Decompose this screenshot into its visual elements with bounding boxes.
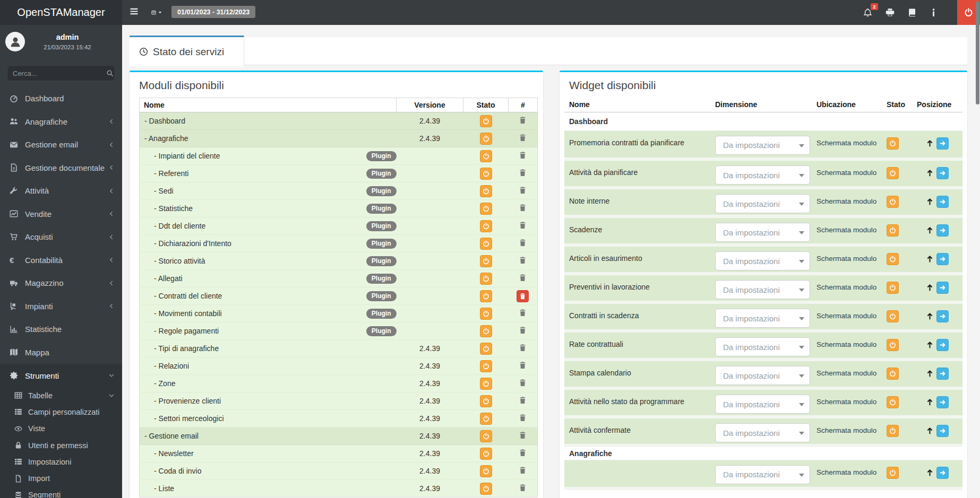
docs-button[interactable] — [901, 0, 923, 25]
move-up-button[interactable] — [926, 226, 934, 234]
module-toggle-button[interactable] — [480, 133, 492, 145]
trash-icon[interactable] — [519, 414, 527, 422]
move-up-button[interactable] — [926, 284, 934, 292]
search-icon[interactable] — [106, 69, 114, 77]
trash-icon[interactable] — [519, 274, 527, 282]
trash-icon[interactable] — [519, 239, 527, 247]
trash-icon[interactable] — [519, 309, 527, 317]
brand-logo[interactable]: OpenSTAManager — [0, 0, 122, 25]
sidebar-toggle-button[interactable] — [126, 0, 141, 25]
widget-toggle-button[interactable] — [887, 368, 899, 380]
trash-icon[interactable] — [519, 116, 527, 124]
trash-icon[interactable] — [519, 344, 527, 352]
sidebar-item-dashboard[interactable]: Dashboard — [0, 87, 122, 110]
move-up-button[interactable] — [926, 427, 934, 435]
widget-size-select[interactable]: Da impostazioni — [715, 337, 810, 356]
widget-toggle-button[interactable] — [887, 425, 899, 437]
move-up-button[interactable] — [926, 198, 934, 206]
sidebar-item-vendite[interactable]: Vendite — [0, 203, 122, 226]
sidebar-item-contabilità[interactable]: €Contabilità — [0, 249, 122, 272]
trash-icon[interactable] — [519, 466, 527, 474]
move-up-button[interactable] — [926, 312, 934, 320]
trash-icon[interactable] — [519, 326, 527, 334]
module-toggle-button[interactable] — [480, 483, 492, 495]
widget-size-select[interactable]: Da impostazioni — [715, 423, 810, 442]
widget-toggle-button[interactable] — [887, 224, 899, 237]
calendar-menu-button[interactable] — [147, 0, 166, 25]
search-input[interactable] — [13, 69, 106, 77]
widget-toggle-button[interactable] — [887, 282, 899, 294]
module-toggle-button[interactable] — [480, 168, 492, 180]
move-position-button[interactable] — [936, 396, 949, 408]
move-position-button[interactable] — [936, 167, 949, 179]
widget-size-select[interactable]: Da impostazioni — [715, 165, 810, 185]
module-toggle-button[interactable] — [480, 185, 492, 197]
trash-icon[interactable] — [519, 361, 527, 369]
trash-icon[interactable] — [519, 256, 527, 264]
widget-toggle-button[interactable] — [887, 137, 899, 150]
module-toggle-button[interactable] — [480, 308, 492, 320]
module-toggle-button[interactable] — [480, 465, 492, 477]
widget-toggle-button[interactable] — [887, 196, 899, 208]
move-position-button[interactable] — [936, 196, 949, 208]
tab-stato-dei-servizi[interactable]: Stato dei servizi — [130, 36, 244, 66]
sidebar-subitem-segmenti[interactable]: Segmenti — [0, 487, 122, 498]
sidebar-item-anagrafiche[interactable]: Anagrafiche — [0, 110, 122, 134]
module-toggle-button[interactable] — [480, 430, 492, 442]
widget-toggle-button[interactable] — [887, 339, 899, 351]
widget-size-select[interactable]: Da impostazioni — [715, 395, 810, 414]
move-up-button[interactable] — [926, 370, 934, 378]
trash-icon[interactable] — [519, 186, 527, 194]
module-toggle-button[interactable] — [480, 238, 492, 250]
sidebar-subitem-campi-personalizzati[interactable]: Campi personalizzati — [0, 404, 122, 420]
module-toggle-button[interactable] — [480, 395, 492, 407]
module-toggle-button[interactable] — [480, 150, 492, 162]
trash-icon[interactable] — [519, 484, 527, 492]
widget-toggle-button[interactable] — [887, 253, 899, 265]
sidebar-subitem-import[interactable]: Import — [0, 470, 122, 486]
widget-toggle-button[interactable] — [887, 467, 899, 479]
move-position-button[interactable] — [936, 339, 949, 351]
notifications-button[interactable]: 2 — [857, 0, 878, 25]
sidebar-subitem-tabelle[interactable]: Tabelle — [0, 387, 122, 404]
module-toggle-button[interactable] — [480, 343, 492, 355]
move-position-button[interactable] — [936, 310, 949, 322]
move-up-button[interactable] — [926, 169, 934, 177]
module-toggle-button[interactable] — [480, 325, 492, 337]
widget-size-select[interactable]: Da impostazioni — [715, 194, 810, 213]
module-toggle-button[interactable] — [480, 378, 492, 390]
module-toggle-button[interactable] — [480, 203, 492, 215]
move-up-button[interactable] — [926, 341, 934, 349]
sidebar-item-gestione-email[interactable]: Gestione email — [0, 133, 122, 156]
move-up-button[interactable] — [926, 469, 934, 477]
module-delete-button[interactable] — [517, 290, 529, 302]
sidebar-item-attività[interactable]: Attività — [0, 179, 122, 203]
sidebar-item-strumenti[interactable]: Strumenti — [0, 364, 122, 387]
widget-toggle-button[interactable] — [887, 310, 899, 322]
trash-icon[interactable] — [519, 449, 527, 457]
widget-size-select[interactable]: Da impostazioni — [715, 465, 810, 484]
sidebar-subitem-impostazioni[interactable]: Impostazioni — [0, 453, 122, 470]
module-toggle-button[interactable] — [480, 413, 492, 425]
sidebar-item-mappa[interactable]: Mappa — [0, 341, 122, 364]
sidebar-subitem-viste[interactable]: Viste — [0, 421, 122, 437]
date-range-filter[interactable]: 01/01/2023 - 31/12/2023 — [171, 6, 255, 18]
move-up-button[interactable] — [926, 255, 934, 263]
move-position-button[interactable] — [936, 368, 949, 380]
widget-size-select[interactable]: Da impostazioni — [715, 366, 810, 385]
trash-icon[interactable] — [519, 204, 527, 212]
move-up-button[interactable] — [926, 139, 934, 147]
module-toggle-button[interactable] — [480, 290, 492, 302]
sidebar-item-statistiche[interactable]: Statistiche — [0, 318, 122, 341]
move-position-button[interactable] — [936, 425, 949, 437]
page-scrollbar[interactable] — [976, 1, 979, 104]
widget-size-select[interactable]: Da impostazioni — [715, 136, 810, 155]
widget-size-select[interactable]: Da impostazioni — [715, 223, 810, 242]
move-position-button[interactable] — [936, 137, 949, 150]
move-up-button[interactable] — [926, 398, 934, 406]
widget-size-select[interactable]: Da impostazioni — [715, 280, 810, 299]
trash-icon[interactable] — [519, 221, 527, 229]
sidebar-item-gestione-documentale[interactable]: Gestione documentale — [0, 156, 122, 180]
trash-icon[interactable] — [519, 134, 527, 142]
trash-icon[interactable] — [519, 169, 527, 177]
